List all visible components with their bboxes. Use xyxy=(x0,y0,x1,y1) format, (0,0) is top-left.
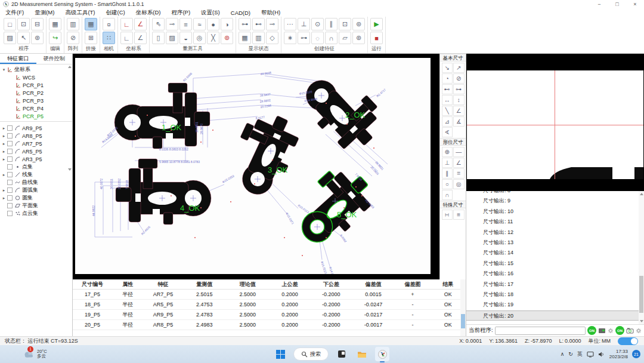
expander-icon[interactable]: ▾ xyxy=(1,67,7,72)
expander-icon[interactable]: ▸ xyxy=(1,196,7,201)
output-item[interactable]: 尺寸输出: 18 xyxy=(466,290,644,300)
circle-region-feature-button[interactable]: ⊚ xyxy=(352,18,365,30)
menu-坐标系[interactable]: 坐标系(D) xyxy=(131,9,166,17)
line-point-feature-button[interactable]: ⊶ xyxy=(298,32,310,44)
rect-feature-button[interactable]: ⊡ xyxy=(339,18,351,30)
region-measure-button[interactable]: ▨ xyxy=(166,32,178,44)
clock[interactable]: 17:332023/2/8 xyxy=(609,349,628,359)
dim-circle-circle-button[interactable]: ⊶ xyxy=(453,84,465,94)
point-set-feature-button[interactable]: ⋯ xyxy=(284,18,296,30)
ime-indicator[interactable]: 英 xyxy=(577,350,583,358)
speaker-icon[interactable] xyxy=(598,351,605,358)
tree-item-PCR_P2[interactable]: PCR_P2 xyxy=(0,89,72,97)
rect-measure-button[interactable]: ▯ xyxy=(152,32,165,44)
camera-crosshair-button[interactable]: ¤ xyxy=(103,18,115,30)
dim-point-point-x-button[interactable]: ↘ xyxy=(442,63,453,73)
taskbar-search[interactable]: 搜索 xyxy=(293,347,329,361)
tree-item-圆弧集[interactable]: ▸圆弧集 xyxy=(0,186,72,194)
menu-创建[interactable]: 创建(C) xyxy=(101,9,131,17)
output-list-scrollbar[interactable] xyxy=(639,191,644,324)
minimize-button[interactable]: − xyxy=(590,1,608,7)
checkbox[interactable] xyxy=(7,203,13,208)
menu-程序[interactable]: 程序(P) xyxy=(166,9,196,17)
table-row[interactable]: 18_P5半径AR5_P52.47532.50000.2000-0.2000-0… xyxy=(73,300,466,310)
tree-item-坐标系[interactable]: ▾坐标系 xyxy=(0,66,72,73)
tray-chevron[interactable]: ∧ xyxy=(561,351,565,357)
dim-angle-line-button[interactable]: ∡ xyxy=(453,116,465,127)
tree-item-AR3_P5[interactable]: ▸AR3_P5 xyxy=(0,155,72,163)
output-item[interactable]: 尺寸输出: 20 xyxy=(466,310,644,321)
menu-文件[interactable]: 文件(F) xyxy=(0,9,29,17)
hand-select-button[interactable]: ⇖ xyxy=(152,18,165,30)
tools-button[interactable]: ╳ xyxy=(207,32,219,44)
tree-item-AR8_P5[interactable]: ▸AR8_P5 xyxy=(0,132,72,140)
checkbox[interactable] xyxy=(7,125,13,131)
expander-icon[interactable]: ▸ xyxy=(1,134,7,139)
dim-angle-button[interactable]: ∠ xyxy=(453,106,465,116)
gdt-straightness-button[interactable]: — xyxy=(453,147,465,157)
cad-viewport[interactable]: R2.500844.964839.943729.990220.03988.017… xyxy=(73,54,439,279)
output-item[interactable]: 尺寸输出: 12 xyxy=(466,227,644,238)
point-cloud-feature-button[interactable]: ⊛ xyxy=(352,32,365,44)
checkbox[interactable] xyxy=(7,149,13,154)
current-program-input[interactable] xyxy=(495,327,586,335)
dim-diameter-button[interactable]: ⊘ xyxy=(453,73,465,84)
arc-feature-button[interactable]: ∩ xyxy=(325,32,338,44)
checkbox[interactable] xyxy=(7,133,13,139)
table-row[interactable]: 20_P5半径AR8_P52.49832.50000.2000-0.2000-0… xyxy=(73,320,466,330)
checkbox[interactable] xyxy=(7,211,13,216)
expander-icon[interactable]: ▸ xyxy=(1,141,7,146)
probe-display-2-button[interactable]: ⊷ xyxy=(252,18,265,30)
table-row[interactable]: 17_P5半径AR7_P52.50152.50000.2000-0.20000.… xyxy=(73,290,466,300)
expander-icon[interactable]: ▸ xyxy=(1,157,7,162)
measure-settings-button[interactable]: ⊛ xyxy=(221,32,233,44)
gdt-position-button[interactable]: ⊕ xyxy=(442,147,453,157)
table-scrollbar[interactable] xyxy=(460,279,466,336)
focus-measure-button[interactable]: ◎ xyxy=(193,32,206,44)
parallel-feature-button[interactable]: ∥ xyxy=(325,18,338,30)
gdt-perpendicularity-button[interactable]: ⊥ xyxy=(442,158,453,168)
notification-badge[interactable]: 21 xyxy=(632,350,640,358)
dim-radius-button[interactable]: ◔ xyxy=(442,73,453,84)
menu-CAD[interactable]: CAD(D) xyxy=(225,10,256,16)
special-list-button[interactable]: ≡ xyxy=(453,210,465,220)
output-item[interactable]: 尺寸输出: 10 xyxy=(466,207,644,217)
output-item[interactable]: 尺寸输出: 19 xyxy=(466,300,644,310)
stitch-settings-button[interactable]: ⊞ xyxy=(85,32,97,44)
coord-edit-button[interactable]: ∠ xyxy=(134,32,147,44)
circle-point-feature-button[interactable]: ⊙ xyxy=(311,18,324,30)
plane-feature-button[interactable]: ▱ xyxy=(339,32,351,44)
dim-angle-3pt-button[interactable]: ⊿ xyxy=(442,116,453,127)
continue-run-button[interactable]: ↪ xyxy=(49,32,61,44)
start-button[interactable] xyxy=(273,347,287,361)
checkbox[interactable] xyxy=(7,187,13,193)
gear-icon[interactable] xyxy=(608,328,614,334)
stop-button[interactable]: ■ xyxy=(370,32,383,44)
array-create-button[interactable]: ▥ xyxy=(67,18,79,30)
menu-量测[interactable]: 量测(M) xyxy=(29,9,60,17)
tree-item-点集[interactable]: 点集 xyxy=(0,163,72,171)
output-item[interactable]: 尺寸输出: 9 xyxy=(466,196,644,206)
gdt-roundness-button[interactable]: ○ xyxy=(442,179,453,189)
gear-icon[interactable] xyxy=(636,328,642,334)
checkbox[interactable] xyxy=(7,164,13,170)
save-program-button[interactable]: ⊡ xyxy=(17,18,30,30)
dim-distance-x-button[interactable]: ↔ xyxy=(442,95,453,105)
view-3d-button[interactable]: ◇ xyxy=(266,32,278,44)
dim-distance-y-button[interactable]: ↕ xyxy=(453,95,465,105)
coord-create-button[interactable]: ∟ xyxy=(120,18,133,30)
tree-item-AR9_P5[interactable]: ▸AR9_P5 xyxy=(0,124,72,132)
tree-item-圆集[interactable]: ▸圆集 xyxy=(0,194,72,202)
tree-item-PCR_P5[interactable]: PCR_P5 xyxy=(0,112,72,120)
dim-circle-point-button[interactable]: ⊷ xyxy=(442,84,453,94)
output-item[interactable]: 尺寸输出: 17 xyxy=(466,279,644,290)
array-clear-button[interactable]: ⊘ xyxy=(67,32,79,44)
unit-toggle[interactable] xyxy=(618,337,638,345)
menu-帮助[interactable]: 帮助(H) xyxy=(256,9,286,17)
arc-measure-button[interactable]: ◑ xyxy=(221,18,233,30)
checkbox[interactable] xyxy=(7,141,13,146)
tree-item-PCR_P4[interactable]: PCR_P4 xyxy=(0,104,72,112)
scroll-down-icon[interactable] xyxy=(640,320,643,322)
tree-item-平面集[interactable]: 平面集 xyxy=(0,202,72,210)
camera-icon[interactable] xyxy=(626,327,634,334)
